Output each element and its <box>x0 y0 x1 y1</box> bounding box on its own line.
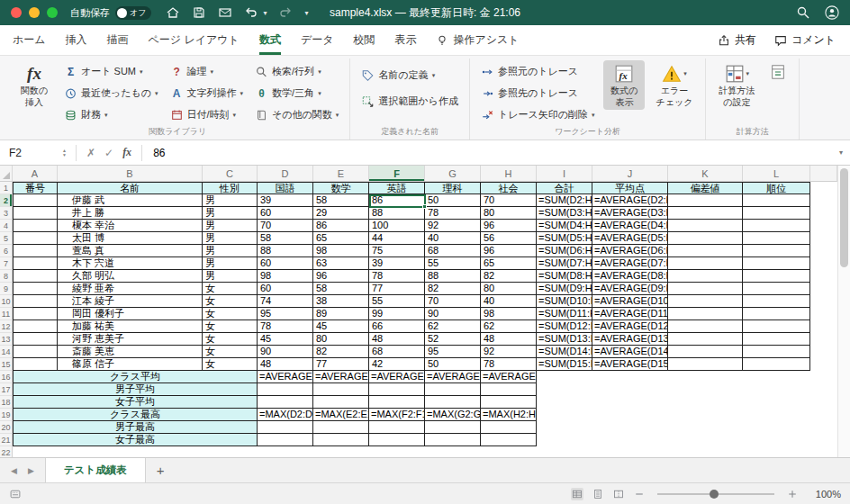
cell-J13[interactable]: =AVERAGE(D13:H <box>592 333 668 346</box>
more-functions-button[interactable]: その他の関数 ▾ <box>252 105 341 124</box>
cell-H21[interactable] <box>481 434 537 446</box>
cell-H2[interactable]: 70 <box>481 194 537 207</box>
cell-L2[interactable] <box>743 194 810 207</box>
row-header-15[interactable]: 15 <box>0 358 13 371</box>
insert-function-fx-icon[interactable]: fx <box>118 146 136 159</box>
share-button[interactable]: 共有 <box>718 32 756 48</box>
cell-F12[interactable]: 66 <box>369 320 425 333</box>
cell-J14[interactable]: =AVERAGE(D14:H <box>592 346 668 358</box>
insert-function-button[interactable]: fx 関数の挿入 <box>14 60 55 110</box>
cell-D19[interactable]: =MAX(D2:D1 <box>258 409 313 421</box>
column-header-K[interactable]: K <box>668 166 743 182</box>
cell-H6[interactable]: 96 <box>481 245 537 257</box>
cell-H11[interactable]: 98 <box>481 308 537 320</box>
cell-L6[interactable] <box>743 245 810 257</box>
cell-D16[interactable]: =AVERAGE(D <box>258 371 313 383</box>
cancel-icon[interactable]: ✗ <box>82 147 100 159</box>
cell-K13[interactable] <box>668 333 743 346</box>
cell-F10[interactable]: 55 <box>369 295 425 308</box>
cell-A11[interactable] <box>13 308 58 320</box>
cell-F2[interactable]: 86 <box>369 194 425 207</box>
cell-L8[interactable] <box>743 270 810 283</box>
cell-A2[interactable] <box>13 194 58 207</box>
cell-A13[interactable] <box>13 333 58 346</box>
cell-C9[interactable]: 女 <box>203 283 258 295</box>
chevron-down-icon[interactable]: ▾ <box>263 9 267 17</box>
cell-E15[interactable]: 77 <box>313 358 369 371</box>
error-checking-button[interactable]: ▾ エラーチェック <box>651 60 697 110</box>
cell-K4[interactable] <box>668 220 743 232</box>
cell-J8[interactable]: =AVERAGE(D8:H8 <box>592 270 668 283</box>
financial-button[interactable]: 財務 ▾ <box>61 105 161 124</box>
column-header-B[interactable]: B <box>58 166 203 182</box>
cell-K11[interactable] <box>668 308 743 320</box>
cell-G5[interactable]: 40 <box>425 232 481 245</box>
row-header-4[interactable]: 4 <box>0 220 13 232</box>
cell-E3[interactable]: 29 <box>313 207 369 220</box>
autosum-button[interactable]: Σ オート SUM ▾ <box>61 62 161 81</box>
cell-C5[interactable]: 男 <box>203 232 258 245</box>
calculation-options-button[interactable]: ▾ 計算方法の設定 <box>714 60 759 110</box>
select-all-corner[interactable] <box>0 166 13 182</box>
cell-C1[interactable]: 性別 <box>203 182 258 194</box>
cell-G12[interactable]: 62 <box>425 320 481 333</box>
cell-B6[interactable]: 萱島 真 <box>58 245 203 257</box>
cell-H7[interactable]: 65 <box>481 257 537 270</box>
cell-H3[interactable]: 80 <box>481 207 537 220</box>
zoom-in-icon[interactable] <box>786 488 799 500</box>
tab-insert[interactable]: 挿入 <box>66 25 87 55</box>
cell-D3[interactable]: 60 <box>258 207 313 220</box>
cell-K7[interactable] <box>668 257 743 270</box>
column-header-H[interactable]: H <box>481 166 537 182</box>
cell-B14[interactable]: 斎藤 美恵 <box>58 346 203 358</box>
cell-I6[interactable]: =SUM(D6:H6 <box>537 245 592 257</box>
cell-B13[interactable]: 河野 恵美子 <box>58 333 203 346</box>
cell-H10[interactable]: 40 <box>481 295 537 308</box>
cell-A14[interactable] <box>13 346 58 358</box>
row-header-12[interactable]: 12 <box>0 320 13 333</box>
cell-J5[interactable]: =AVERAGE(D5:H5 <box>592 232 668 245</box>
cell-F9[interactable]: 77 <box>369 283 425 295</box>
cell-G6[interactable]: 68 <box>425 245 481 257</box>
row-header-22[interactable]: 22 <box>0 446 13 457</box>
cell-L3[interactable] <box>743 207 810 220</box>
cell-A20-merged[interactable]: 男子最高 <box>13 421 258 434</box>
cell-D2[interactable]: 39 <box>258 194 313 207</box>
cell-G10[interactable]: 70 <box>425 295 481 308</box>
close-window-button[interactable] <box>11 7 22 18</box>
tab-page-layout[interactable]: ページ レイアウト <box>149 25 240 55</box>
column-header-L[interactable]: L <box>743 166 810 182</box>
logical-button[interactable]: ? 論理 ▾ <box>167 62 247 81</box>
cell-K5[interactable] <box>668 232 743 245</box>
cell-K9[interactable] <box>668 283 743 295</box>
zoom-level[interactable]: 100% <box>807 489 841 500</box>
row-header-11[interactable]: 11 <box>0 308 13 320</box>
row-header-9[interactable]: 9 <box>0 283 13 295</box>
cell-L1[interactable]: 順位 <box>743 182 810 194</box>
account-icon[interactable] <box>825 5 839 20</box>
cell-A9[interactable] <box>13 283 58 295</box>
cell-J4[interactable]: =AVERAGE(D4:H4 <box>592 220 668 232</box>
cell-E5[interactable]: 65 <box>313 232 369 245</box>
cell-E16[interactable]: =AVERAGE(E <box>313 371 369 383</box>
cell-G9[interactable]: 82 <box>425 283 481 295</box>
column-header-D[interactable]: D <box>258 166 313 182</box>
cell-G2[interactable]: 50 <box>425 194 481 207</box>
cell-D10[interactable]: 74 <box>258 295 313 308</box>
cell-J7[interactable]: =AVERAGE(D7:H7 <box>592 257 668 270</box>
row-header-21[interactable]: 21 <box>0 434 13 446</box>
cell-E7[interactable]: 63 <box>313 257 369 270</box>
cell-C7[interactable]: 男 <box>203 257 258 270</box>
cell-F5[interactable]: 44 <box>369 232 425 245</box>
cell-B10[interactable]: 江本 綾子 <box>58 295 203 308</box>
cell-C8[interactable]: 男 <box>203 270 258 283</box>
cell-B4[interactable]: 榎本 幸治 <box>58 220 203 232</box>
cell-A1[interactable]: 番号 <box>13 182 58 194</box>
cell-I7[interactable]: =SUM(D7:H7 <box>537 257 592 270</box>
cell-C11[interactable]: 女 <box>203 308 258 320</box>
cell-H9[interactable]: 80 <box>481 283 537 295</box>
cell-E11[interactable]: 89 <box>313 308 369 320</box>
cell-C3[interactable]: 男 <box>203 207 258 220</box>
cell-C4[interactable]: 男 <box>203 220 258 232</box>
cell-D9[interactable]: 60 <box>258 283 313 295</box>
